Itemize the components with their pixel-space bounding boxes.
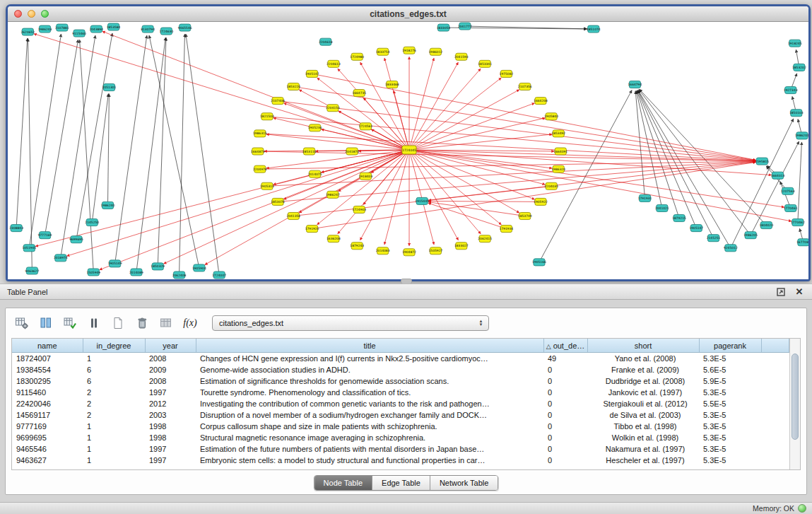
graph-node[interactable]: 1879215 <box>672 214 686 221</box>
graph-node[interactable]: 2204150 <box>326 105 340 112</box>
graph-edge[interactable] <box>639 90 748 233</box>
show-columns-button[interactable] <box>36 314 56 332</box>
graph-node[interactable]: 2204035 <box>544 182 558 189</box>
graph-edge[interactable] <box>149 35 199 264</box>
graph-node[interactable]: 2204976 <box>253 165 267 173</box>
window-titlebar[interactable]: citations_edges.txt <box>8 6 808 22</box>
col-header-short[interactable]: short <box>587 339 699 353</box>
table-row[interactable]: 946554611997Estimation of the future num… <box>12 443 789 455</box>
tab-edge-table[interactable]: Edge Table <box>372 476 430 490</box>
edit-table-button[interactable] <box>60 314 80 332</box>
graph-node[interactable]: 1918403 <box>358 173 372 180</box>
col-header-name[interactable]: name <box>12 339 83 353</box>
graph-edge[interactable] <box>186 34 219 271</box>
table-row[interactable]: 911546021997Tourette syndrome. Phenomeno… <box>12 387 789 398</box>
graph-node[interactable]: 1850329 <box>151 263 165 270</box>
col-header-year[interactable]: year <box>145 339 196 353</box>
graph-node[interactable]: 1051945 <box>22 245 36 252</box>
graph-node[interactable]: 1986240 <box>101 201 115 209</box>
graph-node[interactable]: 1636208 <box>326 235 341 243</box>
graph-node[interactable]: 1853110 <box>302 148 317 155</box>
graph-node[interactable]: 9245012 <box>724 245 738 252</box>
graph-node[interactable]: 2041356 <box>286 212 300 219</box>
graph-node[interactable]: 1986012 <box>429 48 443 55</box>
table-row[interactable]: 1456911722003Disruption of a novel membe… <box>12 409 789 421</box>
graph-edge[interactable] <box>93 93 108 218</box>
graph-node[interactable]: 2014089 <box>129 269 143 276</box>
graph-edge[interactable] <box>163 151 406 264</box>
graph-node[interactable]: 1853341 <box>478 60 492 67</box>
graph-edge[interactable] <box>45 40 78 232</box>
tab-node-table[interactable]: Node Table <box>314 476 372 490</box>
graph-edge[interactable] <box>798 142 801 219</box>
table-source-dropdown[interactable]: citations_edges.txt ▲▼ <box>212 315 489 331</box>
graph-node[interactable]: 1905904 <box>192 264 206 271</box>
graph-node[interactable]: 1724980 <box>350 53 364 60</box>
graph-node[interactable]: 9465546 <box>178 24 192 31</box>
graph-node[interactable]: 1975082 <box>500 70 514 77</box>
graph-node[interactable]: 1724007 <box>212 271 226 279</box>
graph-edge[interactable] <box>792 74 797 87</box>
new-table-button[interactable] <box>108 314 128 332</box>
graph-node[interactable]: 1904872 <box>402 249 416 256</box>
graph-node[interactable]: 1918245 <box>788 40 802 47</box>
graph-node[interactable]: 1850103 <box>789 110 804 117</box>
graph-node[interactable]: 9699695 <box>69 236 83 243</box>
graph-node[interactable]: 1986315 <box>253 130 267 137</box>
graph-node[interactable]: 1927343 <box>784 87 798 94</box>
graph-node[interactable]: 1677081 <box>796 239 808 246</box>
graph-node[interactable]: 1853220 <box>286 83 300 90</box>
graph-edge[interactable] <box>158 37 166 263</box>
graph-node[interactable]: 2041593 <box>454 53 469 60</box>
col-header-in_degree[interactable]: in_degree <box>83 339 145 353</box>
network-graph[interactable]: 1724045166409119863202204035190592218537… <box>8 22 808 279</box>
import-table-button[interactable] <box>156 314 176 332</box>
graph-node[interactable]: 1664794 <box>628 81 642 88</box>
graph-edge[interactable] <box>137 37 166 269</box>
graph-node[interactable]: 1986201 <box>795 132 808 139</box>
graph-node[interactable]: 1905166 <box>532 259 546 266</box>
graph-node[interactable]: 1853202 <box>792 64 806 71</box>
graph-node[interactable]: 8130794 <box>141 25 155 33</box>
graph-edge[interactable] <box>34 34 406 149</box>
graph-node[interactable]: 1905313 <box>260 182 274 189</box>
graph-node[interactable]: 1505927 <box>429 247 443 255</box>
graph-node[interactable]: 2062408 <box>172 271 187 279</box>
table-settings-button[interactable] <box>12 314 32 332</box>
rows-button[interactable] <box>84 314 104 332</box>
graph-edge[interactable] <box>180 34 185 271</box>
graph-node[interactable]: 1664208 <box>534 98 548 105</box>
graph-node[interactable]: 1905840 <box>544 113 558 120</box>
graph-node[interactable]: 2014075 <box>308 170 322 177</box>
graph-node[interactable]: 2308843 <box>9 225 23 232</box>
graph-node[interactable]: 1770461 <box>784 204 798 211</box>
graph-node[interactable]: 1905236 <box>308 124 322 132</box>
graph-node[interactable]: 2204613 <box>326 60 341 67</box>
graph-edge[interactable] <box>796 49 799 64</box>
graph-node[interactable]: 2041777 <box>458 23 472 30</box>
graph-node[interactable]: 1833468 <box>385 81 399 88</box>
col-header-out_degree[interactable]: △out_de… <box>543 339 587 353</box>
graph-node[interactable]: 1804020 <box>759 222 773 229</box>
graph-node[interactable]: 2204618 <box>319 38 333 45</box>
graph-node[interactable]: 9777169 <box>38 232 52 239</box>
graph-node[interactable]: 1833754 <box>376 48 390 55</box>
graph-node[interactable]: 1986247 <box>326 191 340 198</box>
function-builder-button[interactable]: f(x) <box>180 314 200 332</box>
graph-edge[interactable] <box>66 151 406 256</box>
minimize-window-button[interactable] <box>28 10 35 18</box>
graph-edge[interactable] <box>413 118 545 149</box>
graph-edge[interactable] <box>798 119 801 132</box>
graph-edge[interactable] <box>412 152 501 225</box>
graph-edge[interactable] <box>16 38 27 224</box>
graph-node[interactable]: 2107408 <box>271 98 285 105</box>
graph-node[interactable]: 1664013 <box>771 172 785 179</box>
graph-node[interactable]: 2145250 <box>85 219 99 226</box>
graph-node[interactable]: 1853584 <box>107 23 121 30</box>
graph-edge[interactable] <box>413 150 771 175</box>
float-panel-icon[interactable] <box>775 287 787 297</box>
graph-node[interactable]: 1905147 <box>689 225 703 232</box>
table-row[interactable]: 1872400712008Changes of HCN gene express… <box>12 353 789 365</box>
graph-node[interactable]: 1664873 <box>251 148 265 155</box>
graph-node[interactable]: 2043894 <box>89 25 103 33</box>
